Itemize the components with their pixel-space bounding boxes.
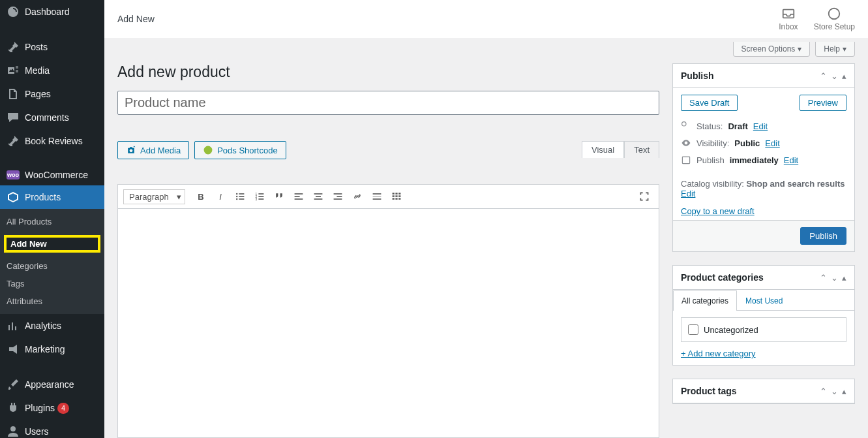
tags-panel-title: Product tags: [681, 386, 820, 396]
sidebar-label: Pages: [25, 89, 51, 99]
sidebar-item-analytics[interactable]: Analytics: [0, 314, 104, 337]
add-category-link[interactable]: + Add new category: [681, 349, 756, 358]
svg-point-0: [10, 426, 16, 431]
status-label: Status:: [696, 121, 723, 131]
sidebar-item-media[interactable]: Media: [0, 59, 104, 82]
visibility-edit-link[interactable]: Edit: [765, 138, 779, 148]
sidebar-item-appearance[interactable]: Appearance: [0, 373, 104, 396]
svg-rect-33: [398, 195, 400, 196]
category-uncategorized[interactable]: Uncategorized: [688, 324, 839, 335]
screen-options-button[interactable]: Screen Options ▾: [733, 42, 811, 57]
align-right-icon: [333, 191, 343, 202]
help-button[interactable]: Help ▾: [815, 42, 855, 57]
product-name-input[interactable]: [117, 91, 659, 115]
align-center-button[interactable]: [309, 187, 327, 206]
save-draft-button[interactable]: Save Draft: [681, 95, 738, 111]
submenu-attributes[interactable]: Attributes: [0, 292, 104, 310]
svg-rect-38: [682, 157, 689, 163]
visual-tab[interactable]: Visual: [582, 141, 624, 158]
kitchen-sink-icon: [391, 191, 402, 202]
fullscreen-button[interactable]: [635, 187, 653, 206]
submenu-add-new[interactable]: Add New: [4, 235, 100, 253]
editor-body[interactable]: [118, 209, 659, 437]
panel-down-icon[interactable]: ⌄: [831, 71, 838, 81]
sidebar-item-marketing[interactable]: Marketing: [0, 337, 104, 361]
submenu-all-products[interactable]: All Products: [0, 213, 104, 230]
sidebar-label: Plugins: [25, 403, 55, 413]
panel-down-icon[interactable]: ⌄: [831, 386, 838, 396]
status-edit-link[interactable]: Edit: [753, 121, 768, 131]
publish-button[interactable]: Publish: [800, 227, 846, 245]
svg-point-2: [829, 8, 840, 20]
store-setup-label: Store Setup: [814, 22, 855, 31]
quote-button[interactable]: [270, 187, 288, 206]
calendar-icon: [681, 155, 691, 165]
submenu-tags[interactable]: Tags: [0, 275, 104, 292]
bullet-list-button[interactable]: [231, 187, 249, 206]
sidebar-item-plugins[interactable]: Plugins 4: [0, 396, 104, 420]
sidebar-label: Comments: [25, 112, 69, 123]
pods-icon: [203, 145, 213, 155]
format-select[interactable]: Paragraph: [123, 189, 185, 204]
cube-icon: [7, 191, 20, 204]
bold-button[interactable]: B: [192, 187, 210, 206]
panel-toggle-icon[interactable]: ▴: [842, 273, 846, 283]
link-button[interactable]: [348, 187, 367, 206]
chevron-down-icon: ▾: [843, 44, 846, 54]
publish-value: immediately: [730, 155, 779, 165]
sidebar-item-pages[interactable]: Pages: [0, 82, 104, 106]
inbox-label: Inbox: [779, 22, 798, 31]
publish-edit-link[interactable]: Edit: [784, 155, 798, 165]
panel-toggle-icon[interactable]: ▴: [842, 386, 846, 396]
sidebar-item-book-reviews[interactable]: Book Reviews: [0, 129, 104, 153]
sidebar-item-products[interactable]: Products: [0, 185, 104, 209]
sidebar-label: Media: [25, 65, 50, 76]
key-icon: [681, 121, 691, 131]
panel-up-icon[interactable]: ⌃: [820, 386, 827, 396]
add-media-button[interactable]: Add Media: [117, 141, 189, 159]
svg-rect-32: [395, 195, 397, 196]
preview-button[interactable]: Preview: [800, 95, 846, 111]
user-icon: [7, 425, 20, 438]
panel-down-icon[interactable]: ⌄: [831, 273, 838, 283]
sidebar-label: Posts: [25, 42, 48, 52]
align-left-button[interactable]: [290, 187, 308, 206]
sidebar-item-woocommerce[interactable]: woo WooCommerce: [0, 164, 104, 185]
camera-icon: [126, 145, 136, 155]
editor: Paragraph B I 123 Word: [117, 184, 659, 438]
italic-button[interactable]: I: [211, 187, 230, 206]
all-categories-tab[interactable]: All categories: [673, 290, 737, 311]
page-title: Add new product: [117, 63, 659, 81]
sidebar-item-users[interactable]: Users: [0, 420, 104, 438]
toolbar-toggle-button[interactable]: [387, 187, 406, 206]
inbox-button[interactable]: Inbox: [779, 7, 798, 31]
submenu-categories[interactable]: Categories: [0, 257, 104, 275]
categories-panel: Product categories ⌃ ⌄ ▴ All categories …: [672, 265, 855, 366]
eye-icon: [681, 138, 691, 148]
sidebar-item-dashboard[interactable]: Dashboard: [0, 0, 104, 23]
more-button[interactable]: [368, 187, 386, 206]
most-used-tab[interactable]: Most Used: [737, 290, 791, 311]
pin-icon: [7, 40, 20, 54]
catalog-edit-link[interactable]: Edit: [681, 189, 695, 198]
panel-up-icon[interactable]: ⌃: [820, 71, 827, 81]
panel-up-icon[interactable]: ⌃: [820, 273, 827, 283]
svg-rect-11: [258, 193, 263, 195]
store-setup-button[interactable]: Store Setup: [814, 7, 855, 31]
sidebar-item-posts[interactable]: Posts: [0, 35, 104, 59]
text-tab[interactable]: Text: [624, 141, 659, 158]
sidebar-item-comments[interactable]: Comments: [0, 106, 104, 129]
woocommerce-icon: woo: [7, 170, 20, 180]
pods-shortcode-button[interactable]: Pods Shortcode: [194, 141, 286, 159]
link-icon: [352, 191, 363, 202]
align-right-button[interactable]: [329, 187, 347, 206]
panel-toggle-icon[interactable]: ▴: [842, 71, 846, 81]
content-area: Add New Inbox Store Setup Screen Options…: [104, 0, 868, 438]
fullscreen-icon: [639, 191, 650, 202]
category-checkbox[interactable]: [688, 324, 698, 335]
copy-draft-link[interactable]: Copy to a new draft: [681, 206, 755, 216]
svg-rect-24: [334, 198, 342, 200]
svg-rect-25: [373, 193, 382, 195]
number-list-button[interactable]: 123: [250, 187, 269, 206]
svg-text:3: 3: [256, 198, 258, 201]
